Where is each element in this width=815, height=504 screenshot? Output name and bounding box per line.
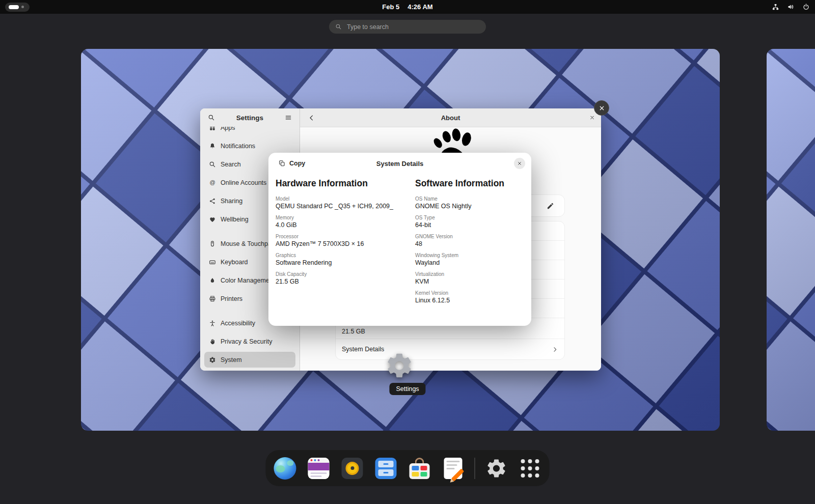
- info-label: Windowing System: [415, 253, 524, 258]
- info-value: KVM: [415, 278, 524, 285]
- copy-icon: [279, 160, 286, 167]
- dock-item-calendar[interactable]: [307, 456, 331, 481]
- dock-item-files[interactable]: [374, 456, 398, 481]
- info-row: Virtualization KVM: [415, 271, 524, 285]
- window-app-label: Settings: [389, 383, 425, 395]
- dock-item-text-editor[interactable]: [441, 456, 466, 481]
- sidebar-item-label: System: [221, 356, 242, 363]
- system-details-dialog: Copy System Details Hardware Information…: [268, 153, 531, 326]
- dock-separator: [475, 458, 475, 479]
- info-value: AMD Ryzen™ 7 5700X3D × 16: [276, 240, 415, 247]
- printer-icon: [209, 295, 216, 302]
- media-player-icon: [342, 458, 363, 479]
- system-details-row[interactable]: System Details: [336, 339, 564, 359]
- text-editor-icon: [444, 458, 463, 479]
- sidebar-item-system[interactable]: System: [204, 352, 295, 368]
- info-value: QEMU Standard PC _Q35 + ICH9, 2009_: [276, 203, 415, 210]
- sidebar-item-label: Wellbeing: [221, 216, 249, 223]
- window-close-button-small[interactable]: [589, 115, 595, 121]
- search-input[interactable]: [346, 23, 480, 31]
- time-label: 4:26 AM: [408, 3, 432, 11]
- pencil-tip: [449, 479, 454, 484]
- color-profile-icon: [209, 277, 216, 284]
- info-row: Graphics Software Rendering: [276, 253, 415, 266]
- calendar-dot: [318, 459, 320, 461]
- clock[interactable]: Feb 5 4:26 AM: [382, 3, 432, 11]
- text-line: [447, 461, 460, 462]
- top-bar: Feb 5 4:26 AM: [0, 0, 815, 14]
- app-grid-icon: [521, 459, 539, 478]
- dock-item-settings[interactable]: [484, 456, 509, 481]
- info-label: Graphics: [276, 253, 415, 258]
- system-status-area[interactable]: [772, 3, 810, 11]
- grid-dot: [528, 466, 532, 470]
- info-label: OS Type: [415, 215, 524, 220]
- main-menu-button[interactable]: [282, 111, 294, 124]
- sidebar-item-label: Printers: [221, 295, 242, 302]
- calendar-dots: [308, 458, 330, 463]
- settings-app-icon[interactable]: [385, 351, 414, 380]
- copy-button[interactable]: Copy: [275, 157, 309, 170]
- info-value: 64-bit: [415, 221, 524, 229]
- disk-capacity-value: 21.5 GB: [342, 328, 365, 335]
- sidebar-search-button[interactable]: [205, 111, 218, 124]
- sidebar-item-label: Mouse & Touchpad: [221, 240, 275, 247]
- hand-icon: [209, 338, 216, 345]
- info-row: Windowing System Wayland: [415, 253, 524, 266]
- calendar-dot: [314, 459, 316, 461]
- globe-landmass: [276, 465, 285, 472]
- pencil-icon: [451, 468, 464, 481]
- about-header: About: [300, 108, 601, 127]
- calendar-body: [308, 470, 330, 479]
- info-row: OS Name GNOME OS Nightly: [415, 196, 524, 210]
- app-tile: [412, 472, 419, 477]
- info-value: 21.5 GB: [276, 278, 415, 285]
- info-value: Software Rendering: [276, 259, 415, 266]
- sidebar-item-label: Sharing: [221, 198, 242, 205]
- wellbeing-icon: [209, 216, 216, 223]
- app-tile: [412, 466, 419, 470]
- speaker-ring: [346, 462, 359, 475]
- sidebar-item-notifications[interactable]: Notifications: [204, 138, 295, 154]
- sidebar-item-privacy-security[interactable]: Privacy & Security: [204, 333, 295, 349]
- calendar-dot: [311, 459, 313, 461]
- info-value: GNOME OS Nightly: [415, 203, 524, 210]
- next-workspace-thumbnail[interactable]: [767, 49, 815, 431]
- pencil-icon: [547, 202, 554, 210]
- dock-item-software[interactable]: [408, 456, 432, 481]
- dialog-body: Hardware Information Model QEMU Standard…: [268, 174, 531, 309]
- dialog-close-button[interactable]: [514, 158, 525, 169]
- software-store-icon: [410, 458, 430, 479]
- hardware-info-section: Hardware Information Model QEMU Standard…: [276, 174, 415, 309]
- app-tile: [420, 472, 427, 477]
- dock-item-app-grid[interactable]: [518, 456, 542, 481]
- bell-icon: [209, 143, 216, 150]
- info-label: Kernel Version: [415, 290, 524, 296]
- dock-item-web[interactable]: [273, 456, 297, 481]
- grid-dot: [535, 459, 539, 463]
- at-icon: [209, 179, 216, 186]
- app-tile: [420, 466, 427, 470]
- workspace-indicator[interactable]: [5, 3, 30, 12]
- web-icon: [274, 457, 296, 480]
- info-value: Linux 6.12.5: [415, 297, 524, 304]
- overview-search[interactable]: [329, 20, 486, 34]
- edit-device-name-button[interactable]: [543, 199, 557, 213]
- overview-close-window-button[interactable]: [594, 100, 609, 116]
- network-icon: [772, 3, 779, 11]
- back-button[interactable]: [305, 111, 317, 124]
- sidebar-header: Settings: [200, 108, 300, 127]
- settings-gear-icon: [485, 457, 508, 480]
- search-icon: [208, 114, 215, 121]
- drawer-handle: [384, 463, 389, 465]
- grid-dot: [535, 466, 539, 470]
- info-row: Model QEMU Standard PC _Q35 + ICH9, 2009…: [276, 196, 415, 210]
- globe-landmass: [287, 460, 294, 466]
- grid-dot: [521, 473, 525, 478]
- dock-item-media-player[interactable]: [340, 456, 365, 481]
- grid-dot: [535, 473, 539, 478]
- share-icon: [209, 198, 216, 205]
- sidebar-item-label: Privacy & Security: [221, 338, 272, 345]
- sidebar-title: Settings: [221, 114, 279, 122]
- bag-body: [410, 463, 430, 479]
